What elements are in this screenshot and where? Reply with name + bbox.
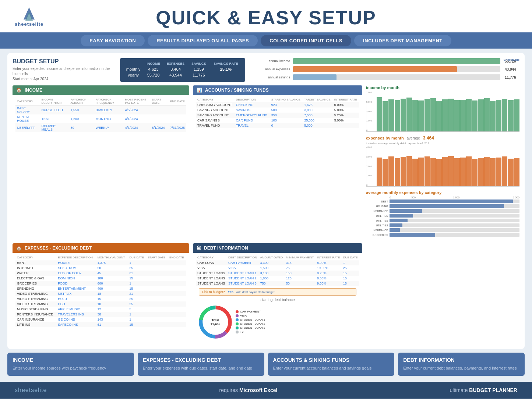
expense-bar-22 [508,159,513,186]
budget-setup-desc2: Start month: Apr 2024 [13,77,116,82]
income-bar-6 [412,100,418,131]
income-title: INCOME [25,88,42,93]
income-icon: 🏠 [16,88,22,93]
legend-dot-1 [236,314,239,317]
acc-start-0: 923 [270,102,303,108]
exp-amt-4: 600 [96,281,128,286]
acc-target-3: 25,000 [303,118,332,123]
nav-item-2[interactable]: COLOR CODED INPUT CELLS [261,35,351,46]
acc-start-1: 500 [270,107,303,113]
acc-col-rate: INTEREST RATE [333,97,359,102]
section-row-top: 🏠 INCOME CATEGORY INCOME DESCRIPTION PAY… [13,85,519,240]
cat-bar-label-0: DEBT [366,200,388,203]
exp-due-9: 5 [128,307,146,312]
acc-target-1: 3,000 [303,107,332,113]
expense-bar-14 [460,158,466,186]
logo: sheetselite [15,7,43,27]
exp-amt-12: 61 [96,322,128,327]
y5000: 5,000 [366,101,372,103]
exp-amt-7: 15 [96,296,128,301]
income-col-cat: CATEGORY [15,97,40,106]
acc-col-desc: DESCRIPTION [235,97,270,102]
yearly-rate [209,72,242,78]
exp-desc-2: CITY OF COLA [56,271,96,276]
acc-desc-4: TRAVEL [235,123,270,128]
legend-dot-5 [236,331,239,333]
acc-target-4: 5,000 [303,123,332,128]
y7000: 7,000 [366,91,372,93]
income-freq-2: WEEKLY [94,123,124,132]
exp-due-4: 1 [128,281,146,286]
exp-due-1: 25 [128,265,146,271]
income-col-date: MOST RECENT PAY DATE [123,97,150,106]
summary-header-income: INCOME [144,61,163,66]
cat-bar-track-3 [390,214,519,218]
exp-row-4: GROCERIES FOOD 600 1 [15,281,186,286]
debt-col-desc: DEBT DESCRIPTION [227,255,259,260]
cat-bar-row-4: UTILITIES [366,219,519,222]
expense-bar-7 [418,158,424,186]
exp-end-11 [168,317,186,322]
legend-label-3: STUDENT LOAN 2 [240,322,265,325]
annual-expenses-track [293,66,500,72]
legend-label-1: VISA [240,314,247,317]
nav-item-0[interactable]: EASY NAVIGATION [81,35,145,46]
debt-col-rate: INTEREST RATE [316,255,342,260]
annual-expenses-value: 43,944 [505,67,519,71]
exp-row-0: RENT HOUSE 1,375 1 [15,260,186,266]
cat-bar-label-6: INSURANCE [366,229,388,232]
exp-start-3 [146,276,168,281]
exp-start-10 [146,312,168,317]
exp-amt-5: 400 [96,286,128,291]
info-box-1: EXPENSES - EXCLUDING DEBT Enter your exp… [138,353,264,376]
debt-min-4: 50 [285,281,316,286]
debt-row-3: STUDENT LOANS STUDENT LOAN 2 1,800 125 8… [196,276,359,281]
nav-item-3[interactable]: INCLUDES DEBT MANAGEMENT [354,35,451,46]
footer-product-label: ultimate [450,387,469,393]
exp-amt-2: 45 [96,271,128,276]
debt-rate-2: 8.25% [316,271,342,276]
debt-amt-3: 1,800 [259,276,285,281]
main-title: QUICK & EASY SETUP [156,7,376,29]
footer-product-bold: BUDGET PLANNER [469,387,517,393]
expenses-icon: 🏠 [16,246,22,251]
debt-rate-0: 8.90% [316,260,342,266]
exp-desc-4: FOOD [56,281,96,286]
svg-text:Total: Total [212,318,219,322]
expenses-panel-body: CATEGORY EXPENSE DESCRIPTION MONTHLY AMO… [13,253,189,329]
exp-desc-8: HBO [56,301,96,307]
exp-col-start: START DATE [146,255,168,260]
expenses-y-axis: 4,000 3,000 2,000 1,000 0 [366,146,372,186]
legend-dot-0 [236,310,239,313]
debt-row-0: CAR LOAN CAR PAYMENT 4,300 315 8.90% 1 [196,260,359,266]
expenses-chart-title: expenses by month [366,136,404,140]
cat-bar-fill-2 [390,209,422,213]
debt-amt-4: 750 [259,281,285,286]
annual-income-fill [293,58,500,64]
expense-bar-8 [424,156,430,186]
debt-table: CATEGORY DEBT DESCRIPTION AMOUNT OWED MI… [196,255,359,286]
debt-rate-4: 9.00% [316,281,342,286]
monthly-savings: 1,159 [188,66,209,72]
income-start-1 [151,114,169,123]
income-desc-0: NURSE TECH [40,106,69,115]
info-box-desc-1: Enter your expenses with due dates, star… [143,365,259,371]
income-row-2: UBER/LYFT DELIVER MEALS 30 WEEKLY 4/3/20… [15,123,186,132]
income-date-0: 4/5/2024 [123,106,150,115]
exp-start-4 [146,281,168,286]
y0: 0 [366,129,372,131]
footer: sheetselite requires Microsoft Excel ult… [0,382,532,399]
exp-end-0 [168,260,186,266]
accounts-panel: 📊 ACCOUNTS / SINKING FUNDS CATEGORY DESC… [193,85,362,240]
info-box-title-3: DEBT INFORMATION [403,357,519,363]
debt-panel: 🏛 DEBT INFORMATION CATEGORY DEBT DESCRIP… [193,243,362,344]
expense-bar-17 [478,158,483,186]
exp-end-9 [168,307,186,312]
debt-desc-4: STUDENT LOAN 3 [227,281,259,286]
annual-savings-value: 11,776 [505,75,519,80]
exp-row-5: SPENDING ENTERTAINMENT 400 15 [15,286,186,291]
nav-item-1[interactable]: RESULTS DISPLAYED ON ALL PAGES [148,35,258,46]
income-col-freq: PAYCHECK FREQUENCY [94,97,124,106]
exp-end-4 [168,281,186,286]
income-bar-18 [484,98,490,131]
